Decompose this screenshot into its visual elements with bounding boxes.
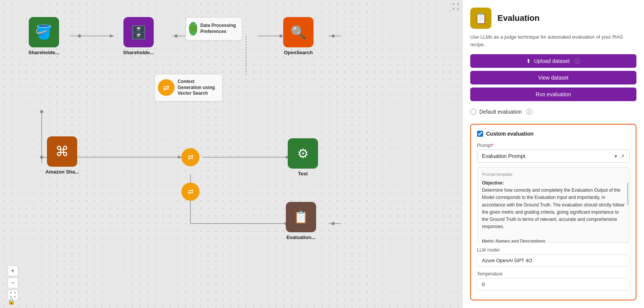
custom-eval-option[interactable]: Custom evaluation: [477, 131, 630, 137]
shareholder2-icon: 🗄️: [131, 25, 147, 40]
zoom-controls: + − ⛶: [8, 266, 18, 300]
svg-point-14: [40, 156, 43, 159]
shareholder1-icon: 🪣: [35, 24, 52, 40]
test-icon: ⚙: [297, 146, 309, 161]
custom-eval-checkbox[interactable]: [477, 131, 483, 137]
fullscreen-button[interactable]: ⛶: [452, 3, 459, 11]
data-processing-label: Data Processing Preferences: [200, 23, 239, 34]
shareholder1-label: Shareholde...: [28, 50, 59, 55]
context-gen-label: Context Generation using Vector Search: [178, 79, 219, 97]
amazon-sha-icon: ⌘: [55, 144, 69, 159]
pipeline-canvas: 🪣 Shareholde... 🗄️ Shareholde... 🌿 Data …: [0, 0, 462, 308]
upload-info-icon[interactable]: ℹ: [574, 58, 580, 64]
connector1-node[interactable]: ⇄: [181, 148, 200, 166]
custom-eval-label: Custom evaluation: [486, 131, 533, 137]
scrollbar-indicator: [627, 183, 628, 205]
data-processing-node[interactable]: 🌿 Data Processing Preferences: [186, 17, 242, 41]
prompt-select-icons: ▾ ↗: [614, 153, 625, 159]
prompt-field-label: Prompt*: [477, 143, 630, 148]
svg-point-10: [332, 34, 335, 38]
amazon-sha-label: Amazon Sha...: [45, 169, 79, 175]
prompt-select-value: Evaluation Prompt: [482, 153, 614, 159]
default-eval-option[interactable]: Default evaluation ℹ: [470, 109, 636, 115]
eval-options: Default evaluation ℹ: [470, 109, 636, 119]
svg-point-7: [78, 34, 81, 38]
opensearch-node[interactable]: 🔍 OpenSearch: [283, 17, 313, 55]
zoom-in-button[interactable]: +: [8, 266, 18, 276]
view-dataset-label: View dataset: [538, 75, 569, 81]
run-evaluation-button[interactable]: Run evaluation: [470, 88, 636, 101]
shareholder2-label: Shareholde...: [123, 50, 154, 55]
evaluation-icon: 📋: [293, 210, 309, 224]
context-gen-icon: ⇄: [158, 79, 175, 96]
opensearch-icon: 🔍: [290, 25, 306, 40]
test-label: Test: [298, 171, 308, 177]
panel-title: Evaluation: [497, 13, 540, 23]
svg-point-9: [279, 34, 282, 38]
chevron-down-icon[interactable]: ▾: [614, 153, 617, 159]
panel-icon: 📋: [470, 8, 491, 29]
panel-header: 📋 Evaluation: [470, 8, 636, 29]
prompt-template-label: Prompt template: [482, 172, 625, 177]
view-dataset-button[interactable]: View dataset: [470, 71, 636, 84]
default-eval-label: Default evaluation: [479, 109, 522, 115]
shareholder2-node[interactable]: 🗄️ Shareholde...: [123, 17, 154, 55]
llm-model-value: Azure OpenAI GPT 4O: [477, 254, 630, 267]
upload-icon: ⬆: [526, 58, 531, 64]
test-node[interactable]: ⚙ Test: [288, 138, 318, 177]
right-panel: 📋 Evaluation Use LLMs as a judge techniq…: [462, 0, 644, 308]
temperature-value: 0: [477, 278, 630, 291]
default-eval-info-icon[interactable]: ℹ: [526, 109, 532, 115]
default-eval-radio[interactable]: [470, 109, 476, 115]
context-gen-node[interactable]: ⇄ Context Generation using Vector Search: [154, 74, 223, 102]
temperature-field: Temperature 0: [477, 271, 630, 291]
evaluation-node[interactable]: 📋 Evaluation...: [286, 202, 316, 240]
custom-eval-box: Custom evaluation Prompt* Evaluation Pro…: [470, 124, 636, 300]
evaluation-label: Evaluation...: [287, 235, 316, 240]
amazon-sha-node[interactable]: ⌘ Amazon Sha...: [45, 136, 79, 175]
svg-point-8: [175, 34, 178, 38]
upload-dataset-button[interactable]: ⬆ Upload dataset ℹ: [470, 54, 636, 68]
zoom-out-button[interactable]: −: [8, 278, 18, 288]
prompt-template-box: Prompt template Objective: Determine how…: [477, 167, 630, 243]
upload-dataset-label: Upload dataset: [534, 58, 569, 64]
llm-model-label: LLM model: [477, 247, 630, 253]
run-evaluation-label: Run evaluation: [536, 91, 571, 97]
llm-model-field: LLM model Azure OpenAI GPT 4O: [477, 247, 630, 267]
external-link-icon[interactable]: ↗: [620, 153, 625, 159]
prompt-template-text: Objective: Determine how correctly and c…: [482, 180, 625, 243]
svg-marker-1: [110, 34, 114, 38]
opensearch-label: OpenSearch: [284, 50, 313, 55]
temperature-label: Temperature: [477, 271, 630, 277]
panel-description: Use LLMs as a judge technique for automa…: [470, 33, 636, 48]
svg-point-28: [332, 222, 335, 225]
lock-icon[interactable]: 🔒: [8, 298, 15, 305]
svg-point-16: [40, 110, 43, 113]
shareholder1-node[interactable]: 🪣 Shareholde...: [28, 17, 59, 55]
data-processing-icon: 🌿: [189, 22, 197, 36]
prompt-select[interactable]: Evaluation Prompt ▾ ↗: [477, 150, 630, 163]
connector2-node[interactable]: ⇄: [181, 183, 200, 201]
